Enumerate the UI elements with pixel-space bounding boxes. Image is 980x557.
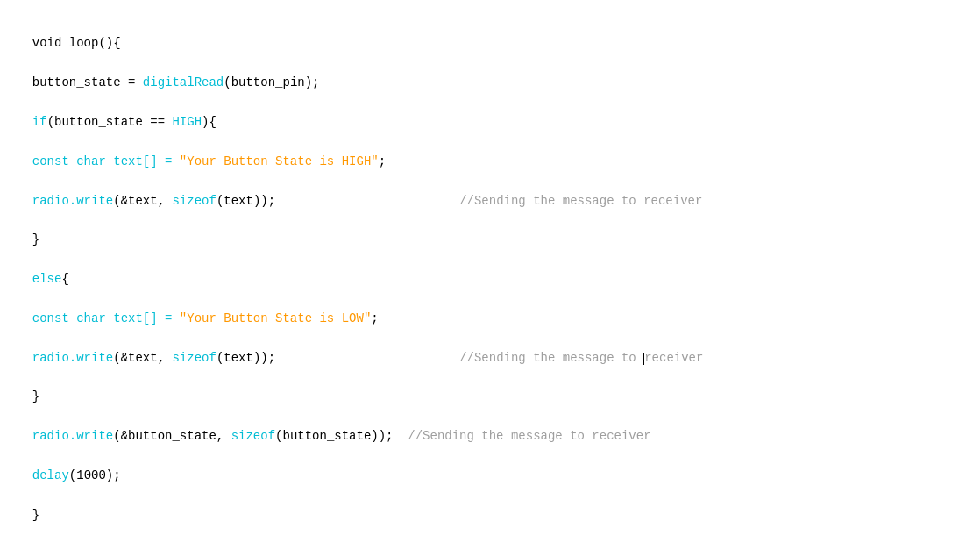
line-radio-write-high: radio.write(&text, sizeof(text)); //Send… (32, 194, 703, 208)
line-else: else{ (32, 272, 69, 286)
line-close-brace-1: } (32, 232, 39, 246)
line-if: if(button_state == HIGH){ (32, 115, 217, 129)
code-editor: void loop(){ button_state = digitalRead(… (18, 14, 962, 545)
line-delay: delay(1000); (32, 468, 121, 482)
line-radio-write-button-state: radio.write(&button_state, sizeof(button… (32, 429, 651, 443)
line-close-brace-2: } (32, 389, 39, 403)
line-const-low: const char text[] = "Your Button State i… (32, 311, 379, 325)
line-void-loop: void loop(){ (32, 36, 121, 50)
line-radio-write-low: radio.write(&text, sizeof(text)); //Send… (32, 351, 704, 365)
line-close-brace-3: } (32, 508, 39, 522)
line-const-high: const char text[] = "Your Button State i… (32, 154, 386, 168)
line-button-state: button_state = digitalRead(button_pin); (32, 75, 320, 89)
